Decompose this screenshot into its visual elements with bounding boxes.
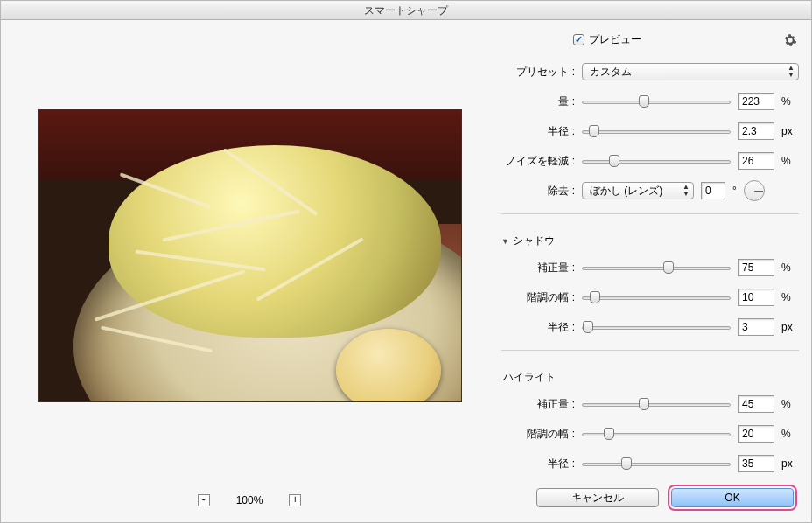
highlight-section-header[interactable]: ハイライト (503, 370, 799, 385)
zoom-level: 100% (236, 494, 263, 506)
shadow-fade-slider[interactable] (582, 260, 731, 275)
highlight-title: ハイライト (503, 370, 556, 385)
remove-select[interactable]: ぼかし (レンズ) ▲▼ (582, 182, 694, 199)
shadow-fade-label: 補正量 : (501, 261, 575, 275)
highlight-radius-unit: px (781, 457, 799, 470)
shadow-radius-unit: px (781, 321, 799, 333)
ok-button[interactable]: OK (671, 488, 794, 507)
highlight-fade-label: 補正量 : (501, 397, 575, 412)
zoom-controls: - 100% + (198, 494, 302, 506)
shadow-radius-input[interactable]: 3 (738, 318, 774, 336)
radius-input[interactable]: 2.3 (738, 122, 774, 140)
angle-dial[interactable] (744, 180, 765, 201)
highlight-tonal-unit: % (781, 428, 799, 440)
highlight-fade-input[interactable]: 45 (738, 395, 774, 413)
preset-select[interactable]: カスタム ▲▼ (582, 63, 799, 80)
smart-sharpen-dialog: スマートシャープ - 100% + (0, 0, 812, 523)
radius-unit: px (781, 125, 799, 137)
shadow-radius-slider[interactable] (582, 319, 731, 335)
preset-label: プリセット : (501, 65, 575, 80)
shadow-fade-unit: % (781, 262, 799, 274)
cancel-button[interactable]: キャンセル (536, 488, 659, 507)
highlight-tonal-label: 階調の幅 : (501, 427, 575, 442)
amount-label: 量 : (501, 94, 575, 109)
radius-slider[interactable] (582, 123, 731, 139)
noise-input[interactable]: 26 (738, 152, 774, 170)
shadow-tonal-label: 階調の幅 : (501, 290, 575, 305)
remove-label: 除去 : (501, 184, 575, 199)
shadow-tonal-input[interactable]: 10 (738, 289, 774, 306)
shadow-tonal-slider[interactable] (582, 289, 731, 305)
amount-unit: % (781, 95, 799, 108)
remove-value: ぼかし (レンズ) (590, 184, 662, 199)
highlight-fade-unit: % (781, 398, 799, 410)
preview-pane: - 100% + (13, 31, 486, 513)
noise-slider[interactable] (582, 153, 731, 169)
chevron-updown-icon: ▲▼ (788, 65, 794, 79)
preview-checkbox[interactable]: ✓ プレビュー (573, 32, 641, 47)
chevron-updown-icon: ▲▼ (682, 184, 690, 198)
noise-unit: % (781, 155, 799, 167)
highlight-fade-slider[interactable] (582, 396, 731, 412)
radius-label: 半径 : (501, 124, 575, 139)
amount-slider[interactable] (582, 94, 731, 109)
zoom-out-button[interactable]: - (198, 494, 210, 506)
disclosure-triangle-icon: ▼ (501, 237, 509, 246)
angle-input[interactable]: 0 (701, 182, 725, 199)
noise-label: ノイズを軽減 : (501, 154, 575, 169)
preview-checkbox-label: プレビュー (589, 32, 641, 47)
controls-pane: ✓ プレビュー プリセット : カスタム ▲▼ 量 : 223 (501, 31, 799, 513)
dialog-title: スマートシャープ (1, 1, 811, 20)
shadow-fade-input[interactable]: 75 (738, 259, 774, 276)
preset-value: カスタム (590, 65, 632, 80)
shadow-radius-label: 半径 : (501, 320, 575, 335)
highlight-radius-label: 半径 : (501, 457, 575, 471)
gear-icon[interactable] (783, 33, 797, 47)
highlight-tonal-input[interactable]: 20 (738, 425, 774, 443)
shadow-tonal-unit: % (781, 291, 799, 303)
preview-image[interactable] (38, 109, 462, 402)
degree-symbol: ° (732, 185, 737, 197)
check-icon: ✓ (573, 34, 584, 45)
shadow-section-header[interactable]: ▼ シャドウ (501, 234, 799, 248)
highlight-radius-input[interactable]: 35 (738, 455, 774, 472)
highlight-radius-slider[interactable] (582, 456, 731, 471)
highlight-tonal-slider[interactable] (582, 426, 731, 442)
zoom-in-button[interactable]: + (289, 494, 301, 506)
shadow-title: シャドウ (513, 234, 555, 248)
amount-input[interactable]: 223 (738, 93, 774, 110)
